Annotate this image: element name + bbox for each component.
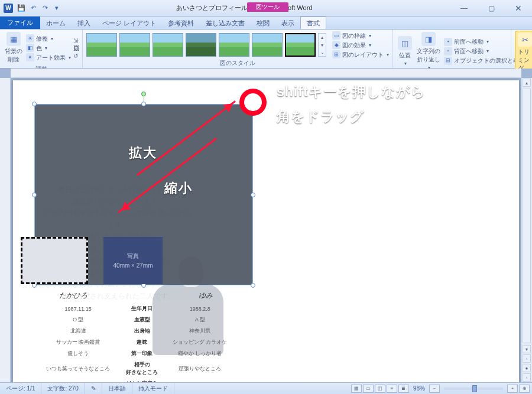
resize-handle-br[interactable]	[251, 283, 255, 288]
zoom-slider[interactable]	[444, 388, 503, 390]
tab-file[interactable]: ファイル	[0, 17, 40, 29]
gallery-more-button[interactable]: ▴▾⌄	[318, 33, 326, 57]
position-button[interactable]: ◫ 位置▾	[397, 35, 413, 67]
scroll-track[interactable]	[523, 89, 531, 343]
contextual-tab-header: 図ツール	[247, 2, 288, 12]
view-outline-button[interactable]: ≡	[387, 385, 397, 393]
table-row: 優しそう第一印象穏やか しっかり者	[35, 348, 236, 359]
zoom-in-button[interactable]: +	[507, 385, 518, 393]
status-bar: ページ: 1/1 文字数: 270 ✎ 日本語 挿入モード ▦ ▭ ◫ ≡ ≣ …	[0, 382, 532, 394]
layout-icon: ⊞	[332, 50, 340, 58]
vertical-scrollbar[interactable]: ▴ ▾ ◦ ● ◦	[521, 78, 532, 382]
minimize-button[interactable]: —	[450, 0, 478, 17]
style-thumb[interactable]	[186, 33, 216, 57]
ribbon: ▦ 背景の 削除 ☀修整▾ ◧色▾ ✦アート効果▾ ⇲ 🖼 ↺ 調整	[0, 30, 532, 69]
status-language[interactable]: 日本語	[102, 383, 132, 394]
view-fullscreen-button[interactable]: ▭	[363, 385, 374, 393]
rotate-handle[interactable]	[141, 92, 146, 96]
crop-icon: ✂	[518, 32, 532, 47]
remove-background-button[interactable]: ▦ 背景の 削除	[4, 31, 24, 65]
style-thumb[interactable]	[119, 33, 150, 57]
art-effects-button[interactable]: ✦アート効果▾	[26, 53, 71, 62]
resize-handle-tl[interactable]	[32, 102, 37, 106]
document-area: 本日はこの寒いところお越し下さり、 誠にありがとうございます。 二つの門出を迎え…	[0, 69, 532, 382]
status-word-count[interactable]: 文字数: 270	[41, 383, 85, 394]
vertical-ruler[interactable]	[0, 78, 11, 382]
picture-border-button[interactable]: ▭図の枠線▾	[332, 31, 389, 40]
group-size: ✂ トリミング▾ 27.01 mm ▴▾ 39.99 mm ▴▾ サイズ	[511, 30, 532, 68]
view-print-layout-button[interactable]: ▦	[351, 385, 362, 393]
zoom-fit-button[interactable]: ⊕	[519, 385, 530, 393]
art-effects-icon: ✦	[26, 53, 34, 61]
color-button[interactable]: ◧色▾	[26, 43, 71, 53]
style-thumb[interactable]	[153, 33, 183, 57]
profile-table: たかひろ ゆみ 1987.11.15生年月日1988.2.8 O 型血液型A 型…	[35, 291, 236, 394]
photo-placeholder: 写真 40mm × 27mm	[103, 237, 163, 284]
group-picture-styles: ▴▾⌄ ▭図の枠線▾ ◆図の効果▾ ⊞図のレイアウト▾ 図のスタイル	[83, 30, 393, 68]
picture-layout-button[interactable]: ⊞図のレイアウト▾	[332, 50, 389, 59]
annotation-tip2: 角をドラッグ	[277, 108, 365, 126]
tab-home[interactable]: ホーム	[40, 17, 72, 29]
close-button[interactable]: ✕	[505, 0, 532, 17]
reset-picture-icon[interactable]: ↺	[73, 53, 79, 59]
selection-pane-icon: ⊟	[444, 57, 452, 65]
compress-icon[interactable]: ⇲	[73, 37, 79, 44]
corrections-button[interactable]: ☀修整▾	[26, 34, 71, 43]
tab-page-layout[interactable]: ページ レイアウト	[96, 17, 162, 29]
status-insert-mode[interactable]: 挿入モード	[132, 383, 174, 394]
scroll-up-button[interactable]: ▴	[523, 79, 531, 87]
color-icon: ◧	[26, 44, 34, 52]
horizontal-ruler[interactable]	[11, 69, 521, 78]
send-backward-icon: ▫	[444, 47, 452, 56]
view-draft-button[interactable]: ≣	[398, 385, 409, 393]
word-app-icon: W	[4, 4, 13, 13]
crop-rectangle[interactable]	[21, 237, 88, 284]
group-styles-label: 図のスタイル	[86, 59, 389, 68]
name-left: たかひろ	[59, 291, 87, 301]
style-thumb[interactable]	[86, 33, 117, 57]
change-picture-icon[interactable]: 🖼	[73, 45, 79, 51]
window-controls: — ▢ ✕	[450, 0, 532, 17]
group-adjust: ▦ 背景の 削除 ☀修整▾ ◧色▾ ✦アート効果▾ ⇲ 🖼 ↺ 調整	[0, 30, 83, 68]
tab-mailings[interactable]: 差し込み文書	[200, 17, 251, 29]
view-web-button[interactable]: ◫	[375, 385, 385, 393]
table-row: 1987.11.15生年月日1988.2.8	[35, 303, 236, 314]
save-icon[interactable]: 💾	[17, 4, 26, 13]
resize-handle-r[interactable]	[251, 193, 255, 197]
resize-handle-l[interactable]	[32, 193, 37, 197]
style-thumb[interactable]	[252, 33, 283, 57]
undo-icon[interactable]: ↶	[28, 4, 38, 13]
effects-icon: ◆	[332, 41, 340, 49]
wrap-text-button[interactable]: ◨ 文字列の 折り返し▾	[416, 31, 442, 71]
ribbon-tabs: 図ツール ファイル ホーム 挿入 ページ レイアウト 参考資料 差し込み文書 校…	[0, 17, 532, 30]
position-icon: ◫	[398, 36, 412, 50]
status-page[interactable]: ページ: 1/1	[0, 383, 41, 394]
tab-view[interactable]: 表示	[275, 17, 300, 29]
prev-page-button[interactable]: ◦	[523, 354, 531, 363]
scroll-down-button[interactable]: ▾	[523, 345, 531, 353]
style-thumb[interactable]	[285, 33, 316, 57]
group-arrange: ◫ 位置▾ ◨ 文字列の 折り返し▾ ▪前面へ移動▾ ▫背面へ移動▾ ⊟オブジェ…	[393, 30, 511, 68]
wrap-icon: ◨	[421, 32, 436, 46]
browse-object-button[interactable]: ●	[523, 364, 531, 372]
picture-style-gallery[interactable]: ▴▾⌄	[86, 33, 326, 57]
name-right: ゆみ	[199, 291, 213, 301]
tab-insert[interactable]: 挿入	[72, 17, 96, 29]
tab-format[interactable]: 書式	[300, 17, 326, 29]
table-row: サッカー 映画鑑賞趣味ショッピング カラオケ	[35, 337, 236, 348]
picture-effects-button[interactable]: ◆図の効果▾	[332, 40, 389, 50]
next-page-button[interactable]: ◦	[523, 373, 531, 382]
zoom-out-button[interactable]: −	[429, 385, 440, 393]
tab-references[interactable]: 参考資料	[162, 17, 200, 29]
zoom-level[interactable]: 98%	[413, 385, 425, 392]
border-icon: ▭	[332, 31, 340, 40]
resize-handle-t[interactable]	[141, 102, 146, 106]
style-thumb[interactable]	[219, 33, 249, 57]
maximize-button[interactable]: ▢	[478, 0, 505, 17]
tab-review[interactable]: 校閲	[251, 17, 275, 29]
corrections-icon: ☀	[26, 34, 34, 43]
table-row: O 型血液型A 型	[35, 314, 236, 325]
annotation-tip1: shiftキーを押しながら	[277, 83, 426, 101]
annotation-circle	[239, 89, 267, 116]
status-proofing[interactable]: ✎	[85, 383, 102, 394]
